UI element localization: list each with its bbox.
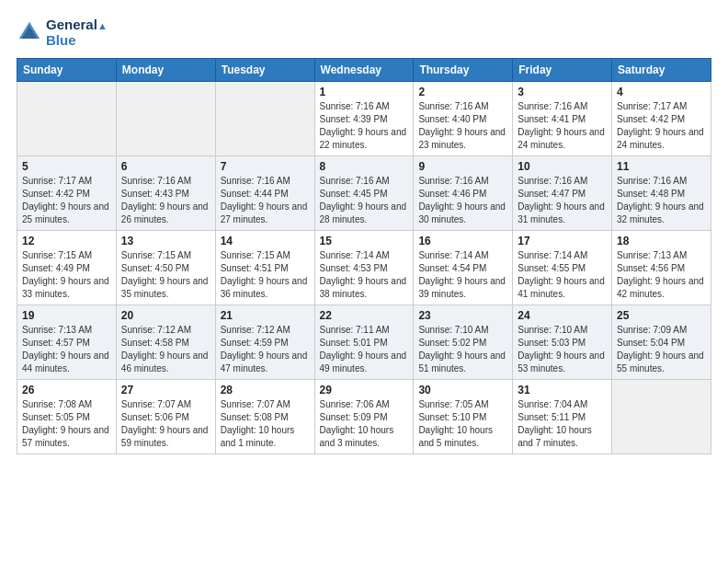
calendar-cell: 20Sunrise: 7:12 AM Sunset: 4:58 PM Dayli… (116, 304, 215, 379)
day-number: 13 (121, 235, 210, 247)
day-number: 31 (518, 384, 607, 396)
day-info: Sunrise: 7:12 AM Sunset: 4:59 PM Dayligh… (221, 324, 310, 375)
day-info: Sunrise: 7:16 AM Sunset: 4:43 PM Dayligh… (121, 175, 210, 226)
day-info: Sunrise: 7:11 AM Sunset: 5:01 PM Dayligh… (320, 324, 409, 375)
day-of-week-header: Thursday (414, 58, 513, 81)
day-of-week-header: Friday (513, 58, 612, 81)
calendar-cell: 9Sunrise: 7:16 AM Sunset: 4:46 PM Daylig… (414, 155, 513, 230)
logo-icon (17, 19, 42, 45)
calendar-cell (116, 81, 215, 155)
day-number: 4 (617, 86, 706, 98)
calendar-cell: 23Sunrise: 7:10 AM Sunset: 5:02 PM Dayli… (414, 304, 513, 379)
day-number: 10 (518, 160, 607, 173)
day-number: 24 (518, 309, 607, 322)
day-number: 12 (22, 235, 111, 247)
day-number: 5 (22, 160, 111, 173)
day-number: 29 (320, 384, 409, 396)
day-info: Sunrise: 7:16 AM Sunset: 4:44 PM Dayligh… (221, 175, 310, 226)
day-number: 18 (617, 235, 706, 247)
day-number: 8 (320, 160, 409, 173)
day-info: Sunrise: 7:09 AM Sunset: 5:04 PM Dayligh… (617, 324, 706, 375)
calendar-cell: 19Sunrise: 7:13 AM Sunset: 4:57 PM Dayli… (17, 304, 117, 379)
day-info: Sunrise: 7:17 AM Sunset: 4:42 PM Dayligh… (22, 175, 111, 226)
day-info: Sunrise: 7:16 AM Sunset: 4:47 PM Dayligh… (518, 175, 607, 226)
day-number: 20 (121, 309, 210, 322)
day-info: Sunrise: 7:16 AM Sunset: 4:45 PM Dayligh… (320, 175, 409, 226)
day-number: 17 (518, 235, 607, 247)
calendar-week-row: 1Sunrise: 7:16 AM Sunset: 4:39 PM Daylig… (17, 81, 711, 155)
day-of-week-header: Tuesday (215, 58, 314, 81)
day-number: 30 (418, 384, 507, 396)
day-of-week-header: Wednesday (314, 58, 414, 81)
day-info: Sunrise: 7:15 AM Sunset: 4:50 PM Dayligh… (121, 249, 210, 301)
day-info: Sunrise: 7:10 AM Sunset: 5:03 PM Dayligh… (518, 324, 607, 375)
day-number: 2 (418, 86, 507, 98)
day-info: Sunrise: 7:16 AM Sunset: 4:41 PM Dayligh… (518, 100, 607, 152)
calendar-cell: 14Sunrise: 7:15 AM Sunset: 4:51 PM Dayli… (215, 230, 314, 304)
day-number: 3 (518, 86, 607, 98)
calendar-cell: 29Sunrise: 7:06 AM Sunset: 5:09 PM Dayli… (314, 379, 414, 454)
day-info: Sunrise: 7:16 AM Sunset: 4:48 PM Dayligh… (617, 175, 706, 226)
calendar-cell: 3Sunrise: 7:16 AM Sunset: 4:41 PM Daylig… (513, 81, 612, 155)
day-info: Sunrise: 7:13 AM Sunset: 4:57 PM Dayligh… (22, 324, 111, 375)
logo: General▲ Blue (17, 17, 108, 49)
day-info: Sunrise: 7:15 AM Sunset: 4:49 PM Dayligh… (22, 249, 111, 301)
calendar-cell: 18Sunrise: 7:13 AM Sunset: 4:56 PM Dayli… (612, 230, 711, 304)
calendar-cell: 21Sunrise: 7:12 AM Sunset: 4:59 PM Dayli… (215, 304, 314, 379)
day-info: Sunrise: 7:13 AM Sunset: 4:56 PM Dayligh… (617, 249, 706, 301)
day-info: Sunrise: 7:06 AM Sunset: 5:09 PM Dayligh… (320, 398, 409, 450)
calendar-cell: 17Sunrise: 7:14 AM Sunset: 4:55 PM Dayli… (513, 230, 612, 304)
day-number: 6 (121, 160, 210, 173)
calendar-cell: 30Sunrise: 7:05 AM Sunset: 5:10 PM Dayli… (414, 379, 513, 454)
calendar-cell: 1Sunrise: 7:16 AM Sunset: 4:39 PM Daylig… (314, 81, 414, 155)
day-number: 28 (221, 384, 310, 396)
calendar-week-row: 5Sunrise: 7:17 AM Sunset: 4:42 PM Daylig… (17, 155, 711, 230)
calendar-cell: 16Sunrise: 7:14 AM Sunset: 4:54 PM Dayli… (414, 230, 513, 304)
calendar-cell (612, 379, 711, 454)
calendar-cell: 31Sunrise: 7:04 AM Sunset: 5:11 PM Dayli… (513, 379, 612, 454)
calendar-week-row: 19Sunrise: 7:13 AM Sunset: 4:57 PM Dayli… (17, 304, 711, 379)
day-number: 9 (418, 160, 507, 173)
calendar-cell: 11Sunrise: 7:16 AM Sunset: 4:48 PM Dayli… (612, 155, 711, 230)
day-info: Sunrise: 7:16 AM Sunset: 4:46 PM Dayligh… (418, 175, 507, 226)
calendar-cell: 24Sunrise: 7:10 AM Sunset: 5:03 PM Dayli… (513, 304, 612, 379)
day-info: Sunrise: 7:05 AM Sunset: 5:10 PM Dayligh… (418, 398, 507, 450)
calendar-cell: 25Sunrise: 7:09 AM Sunset: 5:04 PM Dayli… (612, 304, 711, 379)
day-number: 15 (320, 235, 409, 247)
calendar-cell: 7Sunrise: 7:16 AM Sunset: 4:44 PM Daylig… (215, 155, 314, 230)
calendar-cell: 10Sunrise: 7:16 AM Sunset: 4:47 PM Dayli… (513, 155, 612, 230)
calendar-cell: 22Sunrise: 7:11 AM Sunset: 5:01 PM Dayli… (314, 304, 414, 379)
day-number: 27 (121, 384, 210, 396)
day-info: Sunrise: 7:12 AM Sunset: 4:58 PM Dayligh… (121, 324, 210, 375)
day-number: 23 (418, 309, 507, 322)
day-number: 11 (617, 160, 706, 173)
calendar: SundayMondayTuesdayWednesdayThursdayFrid… (17, 58, 711, 454)
logo-text: General▲ Blue (46, 17, 108, 49)
day-info: Sunrise: 7:17 AM Sunset: 4:42 PM Dayligh… (617, 100, 706, 152)
day-info: Sunrise: 7:07 AM Sunset: 5:06 PM Dayligh… (121, 398, 210, 450)
day-number: 16 (418, 235, 507, 247)
calendar-cell: 2Sunrise: 7:16 AM Sunset: 4:40 PM Daylig… (414, 81, 513, 155)
day-number: 1 (320, 86, 409, 98)
calendar-week-row: 26Sunrise: 7:08 AM Sunset: 5:05 PM Dayli… (17, 379, 711, 454)
day-of-week-header: Monday (116, 58, 215, 81)
day-number: 26 (22, 384, 111, 396)
day-info: Sunrise: 7:04 AM Sunset: 5:11 PM Dayligh… (518, 398, 607, 450)
calendar-cell: 28Sunrise: 7:07 AM Sunset: 5:08 PM Dayli… (215, 379, 314, 454)
calendar-cell: 27Sunrise: 7:07 AM Sunset: 5:06 PM Dayli… (116, 379, 215, 454)
day-info: Sunrise: 7:14 AM Sunset: 4:55 PM Dayligh… (518, 249, 607, 301)
day-of-week-header: Sunday (17, 58, 117, 81)
day-number: 25 (617, 309, 706, 322)
calendar-cell (17, 81, 117, 155)
day-number: 19 (22, 309, 111, 322)
day-info: Sunrise: 7:10 AM Sunset: 5:02 PM Dayligh… (418, 324, 507, 375)
calendar-cell: 13Sunrise: 7:15 AM Sunset: 4:50 PM Dayli… (116, 230, 215, 304)
day-info: Sunrise: 7:08 AM Sunset: 5:05 PM Dayligh… (22, 398, 111, 450)
day-info: Sunrise: 7:15 AM Sunset: 4:51 PM Dayligh… (221, 249, 310, 301)
calendar-cell: 4Sunrise: 7:17 AM Sunset: 4:42 PM Daylig… (612, 81, 711, 155)
header: General▲ Blue (17, 17, 711, 49)
day-of-week-header: Saturday (612, 58, 711, 81)
calendar-cell: 6Sunrise: 7:16 AM Sunset: 4:43 PM Daylig… (116, 155, 215, 230)
day-info: Sunrise: 7:16 AM Sunset: 4:40 PM Dayligh… (418, 100, 507, 152)
day-number: 14 (221, 235, 310, 247)
